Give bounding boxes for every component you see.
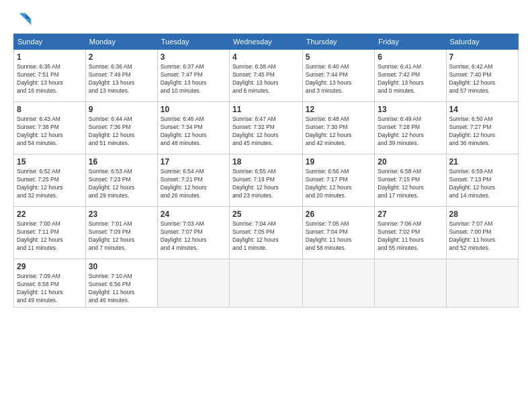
day-info: Sunrise: 6:43 AM Sunset: 7:38 PM Dayligh… — [17, 116, 83, 148]
calendar-cell: 28Sunrise: 7:07 AM Sunset: 7:00 PM Dayli… — [446, 207, 518, 259]
day-info: Sunrise: 6:52 AM Sunset: 7:25 PM Dayligh… — [17, 168, 83, 200]
day-info: Sunrise: 7:01 AM Sunset: 7:09 PM Dayligh… — [89, 220, 154, 253]
day-info: Sunrise: 6:58 AM Sunset: 7:15 PM Dayligh… — [378, 168, 443, 200]
calendar-cell: 5Sunrise: 6:40 AM Sunset: 7:44 PM Daylig… — [302, 50, 375, 102]
calendar-cell — [229, 259, 302, 308]
day-number: 17 — [161, 156, 226, 167]
col-header-sunday: Sunday — [14, 34, 86, 50]
day-number: 7 — [449, 52, 515, 62]
day-info: Sunrise: 7:05 AM Sunset: 7:04 PM Dayligh… — [306, 220, 372, 253]
calendar-cell: 16Sunrise: 6:53 AM Sunset: 7:23 PM Dayli… — [85, 154, 157, 207]
calendar-cell: 4Sunrise: 6:38 AM Sunset: 7:45 PM Daylig… — [229, 50, 302, 102]
logo-icon — [13, 11, 32, 30]
calendar-cell: 24Sunrise: 7:03 AM Sunset: 7:07 PM Dayli… — [157, 207, 229, 259]
day-info: Sunrise: 7:10 AM Sunset: 6:56 PM Dayligh… — [89, 273, 154, 305]
calendar-cell: 30Sunrise: 7:10 AM Sunset: 6:56 PM Dayli… — [85, 259, 157, 308]
page: SundayMondayTuesdayWednesdayThursdayFrid… — [0, 0, 532, 411]
calendar-cell — [302, 259, 375, 308]
calendar-cell: 27Sunrise: 7:06 AM Sunset: 7:02 PM Dayli… — [375, 207, 446, 259]
calendar-cell: 8Sunrise: 6:43 AM Sunset: 7:38 PM Daylig… — [14, 102, 86, 154]
calendar-week-row: 1Sunrise: 6:35 AM Sunset: 7:51 PM Daylig… — [14, 50, 519, 102]
col-header-saturday: Saturday — [446, 34, 518, 50]
day-info: Sunrise: 6:36 AM Sunset: 7:49 PM Dayligh… — [89, 63, 154, 95]
day-info: Sunrise: 6:53 AM Sunset: 7:23 PM Dayligh… — [89, 168, 154, 200]
day-info: Sunrise: 6:46 AM Sunset: 7:34 PM Dayligh… — [161, 116, 226, 148]
logo — [13, 11, 35, 30]
day-number: 8 — [17, 104, 83, 115]
calendar-cell: 17Sunrise: 6:54 AM Sunset: 7:21 PM Dayli… — [157, 154, 229, 207]
calendar-cell — [375, 259, 446, 308]
day-number: 9 — [89, 104, 154, 115]
col-header-wednesday: Wednesday — [229, 34, 302, 50]
day-number: 23 — [89, 209, 154, 220]
day-info: Sunrise: 6:42 AM Sunset: 7:40 PM Dayligh… — [449, 63, 515, 95]
day-info: Sunrise: 7:04 AM Sunset: 7:05 PM Dayligh… — [232, 220, 300, 253]
calendar-cell: 13Sunrise: 6:49 AM Sunset: 7:28 PM Dayli… — [375, 102, 446, 154]
day-number: 13 — [378, 104, 443, 115]
day-number: 30 — [89, 261, 154, 272]
calendar-cell: 18Sunrise: 6:55 AM Sunset: 7:19 PM Dayli… — [229, 154, 302, 207]
calendar-table: SundayMondayTuesdayWednesdayThursdayFrid… — [13, 34, 519, 308]
day-info: Sunrise: 7:09 AM Sunset: 6:58 PM Dayligh… — [17, 273, 83, 305]
svg-marker-1 — [26, 19, 32, 25]
day-info: Sunrise: 6:35 AM Sunset: 7:51 PM Dayligh… — [17, 63, 83, 95]
day-number: 26 — [306, 209, 372, 220]
calendar-cell: 11Sunrise: 6:47 AM Sunset: 7:32 PM Dayli… — [229, 102, 302, 154]
day-number: 28 — [449, 209, 515, 220]
day-number: 18 — [232, 156, 300, 167]
svg-marker-0 — [26, 13, 32, 19]
day-info: Sunrise: 7:00 AM Sunset: 7:11 PM Dayligh… — [17, 220, 83, 253]
calendar-cell: 2Sunrise: 6:36 AM Sunset: 7:49 PM Daylig… — [85, 50, 157, 102]
calendar-cell — [446, 259, 518, 308]
day-info: Sunrise: 6:59 AM Sunset: 7:13 PM Dayligh… — [449, 168, 515, 200]
day-info: Sunrise: 7:07 AM Sunset: 7:00 PM Dayligh… — [449, 220, 515, 253]
calendar-week-row: 8Sunrise: 6:43 AM Sunset: 7:38 PM Daylig… — [14, 102, 519, 154]
calendar-cell: 22Sunrise: 7:00 AM Sunset: 7:11 PM Dayli… — [14, 207, 86, 259]
svg-marker-2 — [19, 13, 26, 19]
calendar-cell: 6Sunrise: 6:41 AM Sunset: 7:42 PM Daylig… — [375, 50, 446, 102]
calendar-cell: 10Sunrise: 6:46 AM Sunset: 7:34 PM Dayli… — [157, 102, 229, 154]
calendar-cell: 1Sunrise: 6:35 AM Sunset: 7:51 PM Daylig… — [14, 50, 86, 102]
day-info: Sunrise: 6:38 AM Sunset: 7:45 PM Dayligh… — [232, 63, 300, 95]
calendar-week-row: 22Sunrise: 7:00 AM Sunset: 7:11 PM Dayli… — [14, 207, 519, 259]
calendar-cell: 15Sunrise: 6:52 AM Sunset: 7:25 PM Dayli… — [14, 154, 86, 207]
day-number: 1 — [17, 52, 83, 62]
day-number: 25 — [232, 209, 300, 220]
day-info: Sunrise: 6:56 AM Sunset: 7:17 PM Dayligh… — [306, 168, 372, 200]
calendar-cell: 29Sunrise: 7:09 AM Sunset: 6:58 PM Dayli… — [14, 259, 86, 308]
day-number: 12 — [306, 104, 372, 115]
day-number: 29 — [17, 261, 83, 272]
day-info: Sunrise: 6:40 AM Sunset: 7:44 PM Dayligh… — [306, 63, 372, 95]
day-info: Sunrise: 7:03 AM Sunset: 7:07 PM Dayligh… — [161, 220, 226, 253]
day-number: 21 — [449, 156, 515, 167]
calendar-cell: 21Sunrise: 6:59 AM Sunset: 7:13 PM Dayli… — [446, 154, 518, 207]
calendar-header-row: SundayMondayTuesdayWednesdayThursdayFrid… — [14, 34, 519, 50]
day-info: Sunrise: 6:41 AM Sunset: 7:42 PM Dayligh… — [378, 63, 443, 95]
day-info: Sunrise: 6:54 AM Sunset: 7:21 PM Dayligh… — [161, 168, 226, 200]
day-number: 3 — [161, 52, 226, 62]
day-info: Sunrise: 6:49 AM Sunset: 7:28 PM Dayligh… — [378, 116, 443, 148]
header — [13, 11, 519, 30]
calendar-week-row: 15Sunrise: 6:52 AM Sunset: 7:25 PM Dayli… — [14, 154, 519, 207]
calendar-cell: 12Sunrise: 6:48 AM Sunset: 7:30 PM Dayli… — [302, 102, 375, 154]
day-info: Sunrise: 7:06 AM Sunset: 7:02 PM Dayligh… — [378, 220, 443, 253]
calendar-cell: 19Sunrise: 6:56 AM Sunset: 7:17 PM Dayli… — [302, 154, 375, 207]
col-header-friday: Friday — [375, 34, 446, 50]
day-number: 2 — [89, 52, 154, 62]
day-info: Sunrise: 6:47 AM Sunset: 7:32 PM Dayligh… — [232, 116, 300, 148]
day-number: 24 — [161, 209, 226, 220]
day-info: Sunrise: 6:37 AM Sunset: 7:47 PM Dayligh… — [161, 63, 226, 95]
day-info: Sunrise: 6:48 AM Sunset: 7:30 PM Dayligh… — [306, 116, 372, 148]
day-info: Sunrise: 6:50 AM Sunset: 7:27 PM Dayligh… — [449, 116, 515, 148]
day-number: 4 — [232, 52, 300, 62]
day-number: 27 — [378, 209, 443, 220]
calendar-cell: 20Sunrise: 6:58 AM Sunset: 7:15 PM Dayli… — [375, 154, 446, 207]
day-number: 10 — [161, 104, 226, 115]
calendar-cell: 25Sunrise: 7:04 AM Sunset: 7:05 PM Dayli… — [229, 207, 302, 259]
day-info: Sunrise: 6:55 AM Sunset: 7:19 PM Dayligh… — [232, 168, 300, 200]
calendar-cell: 9Sunrise: 6:44 AM Sunset: 7:36 PM Daylig… — [85, 102, 157, 154]
day-number: 19 — [306, 156, 372, 167]
day-number: 20 — [378, 156, 443, 167]
day-number: 16 — [89, 156, 154, 167]
day-number: 11 — [232, 104, 300, 115]
